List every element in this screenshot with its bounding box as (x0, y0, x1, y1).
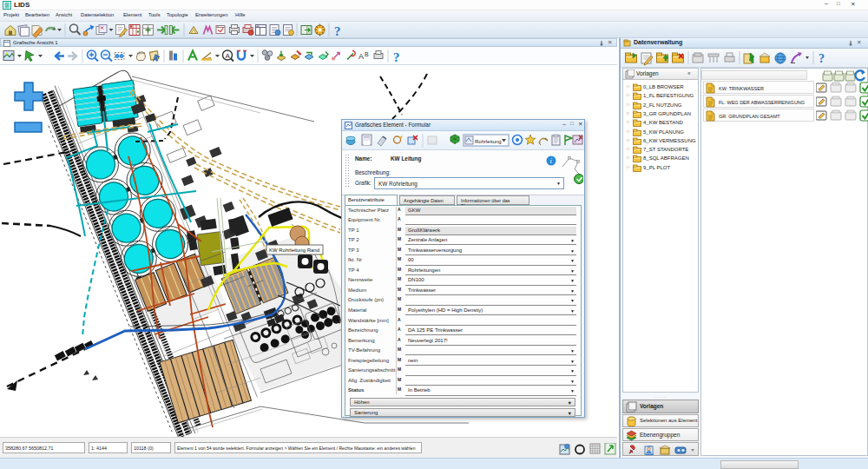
svg-text:?: ? (393, 50, 400, 64)
svg-text:B: B (365, 51, 369, 57)
svg-text:A: A (226, 52, 231, 60)
svg-text:Rohrleitung: Rohrleitung (475, 139, 502, 144)
svg-text:?: ? (819, 52, 825, 65)
svg-text:?: ? (334, 24, 341, 38)
svg-text:KW Rohrleitung Rand: KW Rohrleitung Rand (269, 248, 319, 253)
svg-text:i: i (550, 157, 552, 165)
svg-text:A: A (358, 52, 364, 61)
